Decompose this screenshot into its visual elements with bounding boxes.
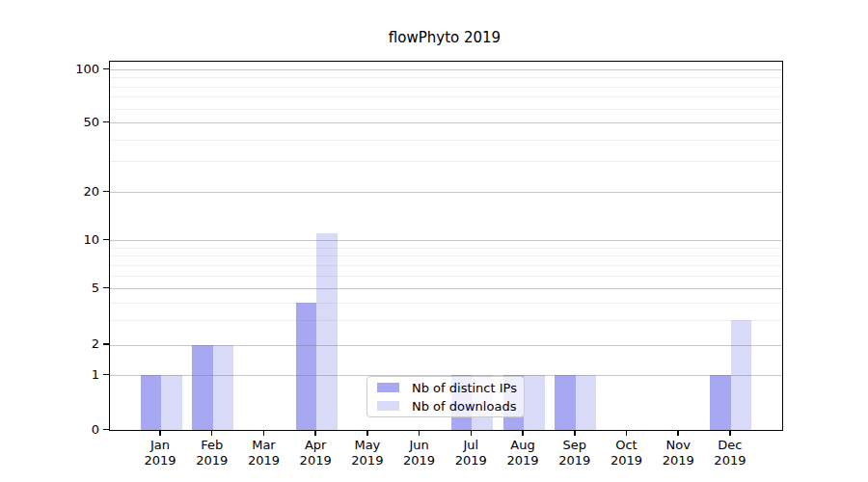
y-tick-label: 10 [57,233,99,246]
chart-figure: flowPhyto 2019 0125102050100Jan2019Feb20… [0,0,868,482]
legend-label: Nb of downloads [412,399,516,414]
x-tick-label-month: Nov [649,438,707,453]
bar-downloads [576,375,597,430]
x-axis-tick [729,431,731,436]
x-tick-label-month: Aug [494,438,552,453]
x-tick-label-year: 2019 [339,453,396,469]
y-axis-tick [103,68,109,70]
y-tick-label: 0 [57,423,99,436]
x-axis-tick [211,431,213,436]
legend-item: Nb of distinct IPs [375,381,516,395]
legend-label: Nb of distinct IPs [412,381,517,395]
x-tick-label: Aug2019 [494,438,552,469]
x-tick-label-year: 2019 [442,453,500,469]
x-axis-tick [574,431,576,436]
bars-layer [110,62,782,430]
x-tick-label: Sep2019 [546,438,604,469]
x-tick-label-month: Dec [701,438,759,453]
x-tick-label-year: 2019 [597,453,655,469]
bar-distinct-ips [141,375,162,430]
x-axis-tick [522,431,524,436]
bar-distinct-ips [192,345,213,430]
x-axis-tick [159,431,161,436]
legend-swatch-distinct-ips [377,383,399,392]
x-tick-label-year: 2019 [234,453,292,469]
x-axis-tick [419,431,420,436]
x-tick-label-month: Apr [286,438,344,453]
x-tick-label-year: 2019 [494,453,552,469]
x-tick-label-month: Oct [597,438,655,453]
y-tick-label: 2 [57,337,99,350]
x-axis-tick [471,431,473,436]
x-tick-label-month: Mar [234,438,292,453]
y-tick-label: 1 [57,368,99,381]
x-tick-label-year: 2019 [183,453,241,469]
x-tick-label-month: Jan [131,438,189,453]
x-tick-label-year: 2019 [286,453,344,469]
x-tick-label-year: 2019 [131,453,189,469]
x-tick-label-year: 2019 [546,453,604,469]
x-tick-label: Nov2019 [649,438,707,469]
x-tick-label: Apr2019 [286,438,344,469]
x-tick-label: Mar2019 [234,438,292,469]
y-tick-label: 5 [57,281,99,294]
x-tick-label-year: 2019 [391,453,448,469]
x-tick-label: May2019 [339,438,396,469]
x-tick-label: Oct2019 [597,438,655,469]
x-tick-label-month: Jul [442,438,500,453]
x-tick-label: Dec2019 [701,438,759,469]
bar-distinct-ips [710,375,731,430]
chart-title: flowPhyto 2019 [389,29,501,46]
x-axis-tick [677,431,679,436]
x-tick-label-month: May [339,438,396,453]
y-tick-label: 20 [57,185,99,198]
x-tick-label: Jan2019 [131,438,189,469]
bar-downloads [316,233,338,430]
x-tick-label: Jul2019 [442,438,500,469]
x-tick-label: Feb2019 [183,438,241,469]
y-axis-tick [103,343,109,345]
y-tick-label: 100 [57,63,99,75]
x-axis-tick [366,431,368,436]
bar-downloads [731,320,752,430]
x-axis-tick [626,431,628,436]
x-axis-tick [314,431,316,436]
y-axis-tick [103,121,109,123]
bar-downloads [524,375,545,430]
x-axis-tick [263,431,265,436]
y-axis-tick [103,239,109,241]
x-tick-label-month: Sep [546,438,604,453]
x-tick-label: Jun2019 [391,438,448,469]
bar-downloads [213,345,234,430]
x-tick-label-month: Jun [391,438,448,453]
bar-distinct-ips [296,303,317,430]
y-axis-tick [103,191,109,193]
y-axis-tick [103,374,109,376]
x-tick-label-year: 2019 [649,453,707,469]
y-tick-label: 50 [57,116,99,128]
y-axis-tick [103,429,109,431]
bar-distinct-ips [555,375,576,430]
x-tick-label-year: 2019 [701,453,759,469]
bar-downloads [161,375,182,430]
y-axis-tick [103,287,109,289]
legend-swatch-downloads [377,401,399,411]
x-tick-label-month: Feb [183,438,241,453]
legend: Nb of distinct IPs Nb of downloads [366,376,525,417]
legend-item: Nb of downloads [375,399,516,414]
